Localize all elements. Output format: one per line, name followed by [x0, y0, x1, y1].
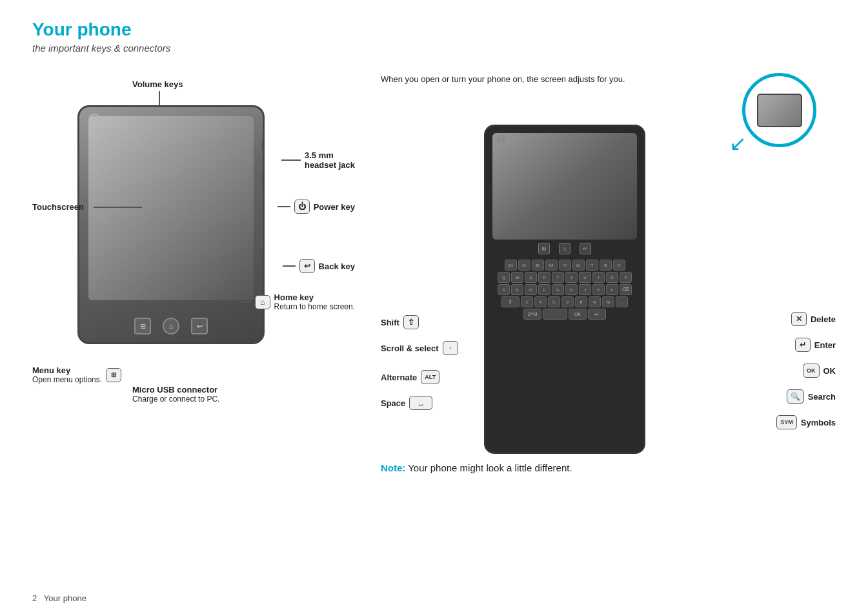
key-g: G [552, 284, 564, 295]
search-key-icon: 🔍 [787, 389, 804, 404]
back-button [261, 236, 265, 249]
home-key-label: ⌂ Home key Return to home screen. [238, 293, 355, 311]
key-b: B [575, 296, 587, 307]
key-q: Q [498, 272, 510, 283]
key-h: H [565, 284, 578, 295]
key-x: X [534, 296, 547, 307]
home-button-icon: ⌂ [163, 318, 179, 334]
menu-key-label: Menu key Open menu options. ⊞ [32, 365, 121, 384]
key-e: E [525, 272, 537, 283]
key-j: J [579, 284, 591, 295]
key-enter-small: ↵ [588, 309, 606, 320]
right-phone-nav: ⊞ ⌂ ↩ [486, 240, 643, 258]
phone-screen-left [88, 116, 254, 300]
key-z: Z [521, 296, 533, 307]
key-4: %4 [545, 260, 558, 271]
motorola-logo-right: Ⓜ [496, 134, 505, 146]
shift-key-icon: ⇧ [403, 315, 419, 329]
scroll-key-icon: · [443, 341, 458, 355]
key-6: &6 [572, 260, 585, 271]
ok-label: OK OK [803, 364, 836, 378]
ok-key-icon: OK [803, 364, 820, 378]
keyboard-row-2: Q W E R T Y U I O P [491, 272, 638, 283]
page-title: Your phone [32, 19, 836, 40]
right-phone-screen [492, 133, 637, 240]
page-number: 2 Your phone [32, 593, 86, 603]
alt-key-icon: ALT [421, 370, 439, 384]
screen-note: When you open or turn your phone on, the… [381, 73, 523, 86]
space-label: Space ⎵ [381, 396, 432, 410]
curved-arrow-icon: ↙ [729, 131, 747, 156]
key-k: K [592, 284, 605, 295]
key-a: A [498, 284, 510, 295]
key-scroll: · [543, 309, 567, 320]
home-key-icon: ⌂ [255, 295, 270, 309]
key-p: P [620, 272, 632, 283]
nav-btn-back: ↩ [580, 243, 591, 254]
delete-label: ✕ Delete [791, 312, 836, 326]
keyboard-row-1: @1 #2 $3 %4 ^5 &6 *7 (8 )9 [491, 260, 638, 271]
note-bold: Note: [381, 462, 405, 473]
right-phone-body: Ⓜ ⊞ ⌂ ↩ @1 #2 $3 %4 ^5 &6 *7 [484, 125, 645, 454]
key-7: *7 [586, 260, 598, 271]
blue-ring-illustration [742, 73, 816, 147]
sym-key-icon: SYM [776, 415, 797, 429]
key-d: D [525, 284, 537, 295]
note-text: Note: Your phone might look a little dif… [381, 462, 572, 473]
back-key-icon: ↩ [299, 259, 315, 273]
note-body: Your phone might look a little different… [405, 462, 572, 473]
menu-button-icon: ⊞ [134, 318, 151, 334]
key-l: L [606, 284, 618, 295]
key-v: V [561, 296, 574, 307]
menu-key-icon: ⊞ [106, 368, 121, 382]
delete-key-icon: ✕ [791, 312, 807, 326]
power-button [261, 172, 265, 190]
keyboard-row-3: A S D F G H J K L ⌫ [491, 284, 638, 295]
enter-key-icon: ↵ [795, 338, 811, 352]
touchscreen-label: Touchscreen [32, 202, 84, 212]
key-f: F [538, 284, 550, 295]
nav-btn-menu: ⊞ [538, 243, 550, 254]
headset-label: 3.5 mm headset jack [281, 150, 355, 170]
key-r: R [538, 272, 550, 283]
key-c: C [548, 296, 560, 307]
keyboard-area: @1 #2 $3 %4 ^5 &6 *7 (8 )9 Q W E [486, 258, 643, 323]
volume-keys-label: Volume keys [132, 79, 183, 89]
alternate-label: Alternate ALT [381, 370, 439, 384]
key-9: )9 [613, 260, 625, 271]
key-shift: ⇧ [501, 296, 520, 307]
headset-jack-button [261, 139, 265, 151]
key-y: Y [565, 272, 578, 283]
key-del: ⌫ [620, 284, 632, 295]
key-s: S [511, 284, 523, 295]
keyboard-row-4: ⇧ Z X C V B N M . [491, 296, 638, 307]
keyboard-row-5: SYM · OK ↵ [491, 309, 638, 320]
symbols-label: SYM Symbols [776, 415, 836, 429]
key-5: ^5 [559, 260, 571, 271]
enter-label: ↵ Enter [795, 338, 836, 352]
space-key-icon: ⎵ [409, 396, 432, 410]
power-key-icon: ⏻ [294, 200, 310, 214]
key-dot: . [616, 296, 628, 307]
phone-thumbnail [757, 94, 802, 127]
key-ok-small: OK [569, 309, 587, 320]
key-o: O [606, 272, 618, 283]
search-label: 🔍 Search [787, 389, 836, 404]
left-phone-body: Ⓜ ⊞ ⌂ ↩ [77, 105, 265, 344]
left-phone-diagram: Volume keys Ⓜ ⊞ ⌂ ↩ [32, 73, 355, 435]
back-nav-button: ↩ [191, 318, 208, 334]
key-w: W [511, 272, 523, 283]
key-i: I [592, 272, 605, 283]
power-key-label: ⏻ Power key [278, 200, 355, 214]
key-t: T [552, 272, 564, 283]
phone-bottom-nav: ⊞ ⌂ ↩ [79, 318, 263, 334]
nav-btn-home: ⌂ [559, 243, 570, 254]
key-n: N [589, 296, 601, 307]
key-3: $3 [532, 260, 544, 271]
key-8: (8 [600, 260, 612, 271]
key-m: M [602, 296, 614, 307]
header: Your phone the important keys & connecto… [32, 19, 836, 54]
key-2: #2 [518, 260, 530, 271]
micro-usb-label: Micro USB connector Charge or connect to… [132, 385, 219, 404]
key-1: @1 [505, 260, 517, 271]
